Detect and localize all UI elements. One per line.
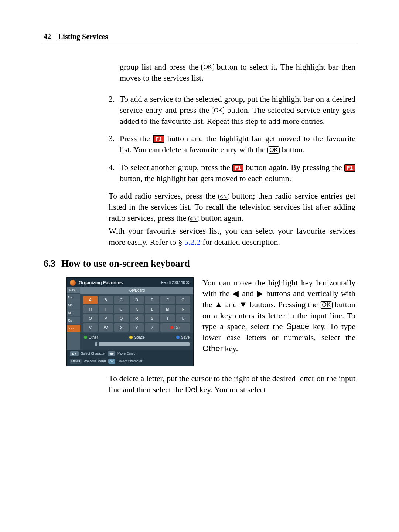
figure-onscreen-keyboard: Organizing Favorites Feb 6 2007 10:33 Fa…	[66, 277, 194, 366]
ok-key-icon: OK	[320, 301, 332, 309]
osk-save-button: Save	[176, 335, 190, 339]
step-number: 2.	[109, 94, 115, 105]
section-title: How to use on-screen keyboard	[61, 258, 190, 269]
osk-key: N	[176, 305, 190, 313]
keyboard-paragraph: You can move the highlight key horizonta…	[202, 277, 355, 354]
osk-key: M	[160, 305, 175, 313]
osk-date: Feb 6 2007 10:33	[161, 281, 190, 285]
chapter-title: Listing Services	[58, 33, 108, 41]
osk-key: E	[145, 296, 159, 304]
tv-radio-key-icon: ⊘/♫	[188, 216, 199, 222]
f1-key-icon: F1	[153, 135, 164, 143]
osk-header: Organizing Favorites Feb 6 2007 10:33	[67, 278, 193, 287]
section-number: 6.3	[44, 258, 61, 269]
osk-key: W	[99, 323, 113, 332]
osk-key: J	[114, 305, 129, 313]
osk-key: F	[160, 296, 175, 304]
osk-key-del: Del	[160, 323, 190, 332]
ok-pill-icon: OK	[108, 359, 116, 364]
blue-ball-icon	[176, 336, 180, 339]
osk-key: O	[83, 314, 98, 322]
menu-pill-icon: MENU	[70, 359, 82, 364]
osk-left-list: Fav L Ne Mo Mu Sp > ···	[67, 287, 80, 350]
step-2: 2. To add a service to the selected grou…	[109, 94, 355, 126]
ok-key-icon: OK	[267, 146, 280, 154]
up-arrow-icon: ▲	[215, 300, 223, 309]
intro-continuation: group list and press the OK button to se…	[109, 61, 355, 83]
ok-key-icon: OK	[201, 64, 214, 71]
osk-key: Q	[114, 314, 129, 322]
osk-key: D	[130, 296, 144, 304]
osk-hints: ▲▼ Select Character ◀▶ Move Cursor MENU …	[67, 350, 193, 366]
space-key-label: Space	[286, 322, 309, 331]
osk-hint-text: Select Character	[117, 359, 142, 364]
step-number: 4.	[109, 162, 115, 173]
running-header: 42 Listing Services	[44, 33, 355, 43]
osk-key: L	[145, 305, 159, 313]
favourite-note: With your favourite services list, you c…	[109, 226, 355, 247]
figure-and-text: Organizing Favorites Feb 6 2007 10:33 Fa…	[44, 277, 355, 366]
osk-key: R	[130, 314, 144, 322]
osk-key: K	[130, 305, 144, 313]
osk-space-button: Space	[129, 335, 144, 339]
osk-key: C	[114, 296, 129, 304]
osk-key: H	[83, 305, 98, 313]
osk-key: B	[99, 296, 113, 304]
osk-key: U	[176, 314, 190, 322]
osk-key-a: A	[83, 296, 98, 304]
osk-input-bar	[80, 342, 193, 350]
step-4: 4. To select another group, press the F1…	[109, 162, 355, 184]
left-arrow-icon: ◀	[232, 289, 239, 298]
osk-screenshot: Organizing Favorites Feb 6 2007 10:33 Fa…	[66, 277, 194, 366]
osk-left-item: Sp	[67, 317, 80, 325]
body-column: group list and press the OK button to se…	[109, 61, 355, 248]
osk-keyboard-title: KeyBoard	[80, 287, 193, 294]
f1-key-icon: F1	[344, 164, 355, 172]
osk-key: X	[114, 323, 129, 332]
ok-key-icon: OK	[212, 107, 224, 114]
green-ball-icon	[84, 336, 87, 339]
osk-caret	[97, 342, 99, 346]
step-number: 3.	[109, 133, 115, 144]
page: 42 Listing Services group list and press…	[0, 0, 399, 532]
step-3: 3. Press the F1 button and the highlight…	[109, 133, 355, 155]
osk-key-grid: A B C D E F G H I J K L M	[80, 294, 193, 333]
section-link-5-2-2[interactable]: 5.2.2	[184, 237, 201, 247]
del-key-label: Del	[185, 385, 197, 394]
osk-key: Y	[130, 323, 144, 332]
osk-left-item-selected: > ···	[67, 325, 80, 332]
down-arrow-icon: ▼	[239, 300, 248, 309]
osk-key: V	[83, 323, 98, 332]
osk-other-button: Other	[84, 335, 98, 339]
osk-controls: Other Space Save	[80, 333, 193, 342]
red-dot-icon	[170, 326, 173, 329]
osk-key: T	[160, 314, 175, 322]
page-number: 42	[44, 33, 51, 41]
osk-title: Organizing Favorites	[79, 280, 123, 285]
other-key-label: Other	[202, 344, 223, 353]
osk-hint-text: Previous Menu	[84, 359, 106, 364]
osk-key: G	[176, 296, 190, 304]
radio-paragraph: To add radio services, press the ⊘/♫ but…	[109, 190, 355, 223]
updown-pill-icon: ▲▼	[70, 351, 79, 356]
section-heading-6-3: 6.3 How to use on-screen keyboard	[44, 258, 355, 269]
leftright-pill-icon: ◀▶	[108, 351, 115, 356]
tv-radio-key-icon: ⊘/♫	[218, 194, 229, 200]
osk-key: P	[99, 314, 113, 322]
delete-paragraph: To delete a letter, put the cursor to th…	[109, 373, 355, 395]
osk-left-item: Mo	[67, 301, 80, 309]
osk-key: I	[99, 305, 113, 313]
osk-left-header: Fav L	[67, 287, 80, 294]
osk-key: Z	[145, 323, 159, 332]
osk-hint-text: Move Cursor	[117, 351, 137, 356]
osk-hint-text: Select Character	[81, 351, 106, 356]
f1-key-icon: F1	[232, 164, 243, 172]
osk-header-icon	[70, 280, 76, 286]
osk-key: S	[145, 314, 159, 322]
steps-list: 2. To add a service to the selected grou…	[109, 94, 355, 184]
osk-left-item: Ne	[67, 294, 80, 301]
osk-left-item: Mu	[67, 309, 80, 317]
yellow-ball-icon	[129, 336, 133, 339]
right-arrow-icon: ▶	[257, 289, 264, 298]
